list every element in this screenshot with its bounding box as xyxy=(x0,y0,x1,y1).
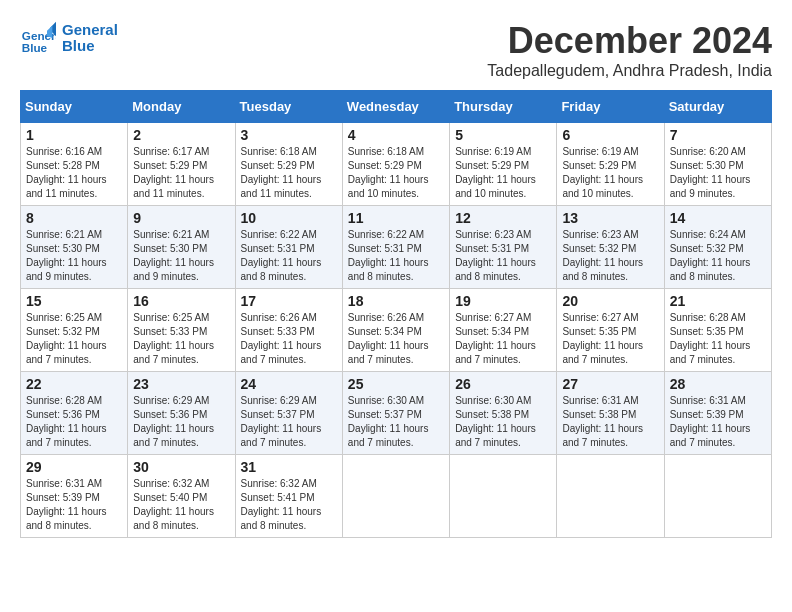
calendar-cell: 20 Sunrise: 6:27 AM Sunset: 5:35 PM Dayl… xyxy=(557,289,664,372)
day-info: Sunrise: 6:19 AM Sunset: 5:29 PM Dayligh… xyxy=(455,145,551,201)
day-number: 22 xyxy=(26,376,122,392)
day-number: 21 xyxy=(670,293,766,309)
calendar-cell: 9 Sunrise: 6:21 AM Sunset: 5:30 PM Dayli… xyxy=(128,206,235,289)
day-info: Sunrise: 6:32 AM Sunset: 5:40 PM Dayligh… xyxy=(133,477,229,533)
column-header-saturday: Saturday xyxy=(664,91,771,123)
month-title: December 2024 xyxy=(487,20,772,62)
week-row-5: 29 Sunrise: 6:31 AM Sunset: 5:39 PM Dayl… xyxy=(21,455,772,538)
day-info: Sunrise: 6:19 AM Sunset: 5:29 PM Dayligh… xyxy=(562,145,658,201)
header-row: SundayMondayTuesdayWednesdayThursdayFrid… xyxy=(21,91,772,123)
header: General Blue General Blue December 2024 … xyxy=(20,20,772,80)
day-info: Sunrise: 6:32 AM Sunset: 5:41 PM Dayligh… xyxy=(241,477,337,533)
day-number: 8 xyxy=(26,210,122,226)
day-number: 11 xyxy=(348,210,444,226)
calendar-cell: 22 Sunrise: 6:28 AM Sunset: 5:36 PM Dayl… xyxy=(21,372,128,455)
day-info: Sunrise: 6:26 AM Sunset: 5:33 PM Dayligh… xyxy=(241,311,337,367)
location-title: Tadepallegudem, Andhra Pradesh, India xyxy=(487,62,772,80)
day-info: Sunrise: 6:23 AM Sunset: 5:31 PM Dayligh… xyxy=(455,228,551,284)
calendar-cell: 29 Sunrise: 6:31 AM Sunset: 5:39 PM Dayl… xyxy=(21,455,128,538)
day-number: 5 xyxy=(455,127,551,143)
week-row-4: 22 Sunrise: 6:28 AM Sunset: 5:36 PM Dayl… xyxy=(21,372,772,455)
day-number: 12 xyxy=(455,210,551,226)
svg-marker-3 xyxy=(47,25,52,38)
day-number: 10 xyxy=(241,210,337,226)
calendar-cell: 14 Sunrise: 6:24 AM Sunset: 5:32 PM Dayl… xyxy=(664,206,771,289)
day-number: 14 xyxy=(670,210,766,226)
column-header-friday: Friday xyxy=(557,91,664,123)
calendar-cell: 25 Sunrise: 6:30 AM Sunset: 5:37 PM Dayl… xyxy=(342,372,449,455)
day-info: Sunrise: 6:16 AM Sunset: 5:28 PM Dayligh… xyxy=(26,145,122,201)
day-info: Sunrise: 6:22 AM Sunset: 5:31 PM Dayligh… xyxy=(241,228,337,284)
calendar-cell xyxy=(664,455,771,538)
day-number: 27 xyxy=(562,376,658,392)
day-info: Sunrise: 6:30 AM Sunset: 5:37 PM Dayligh… xyxy=(348,394,444,450)
day-number: 29 xyxy=(26,459,122,475)
day-number: 9 xyxy=(133,210,229,226)
day-number: 17 xyxy=(241,293,337,309)
column-header-thursday: Thursday xyxy=(450,91,557,123)
day-number: 25 xyxy=(348,376,444,392)
day-info: Sunrise: 6:22 AM Sunset: 5:31 PM Dayligh… xyxy=(348,228,444,284)
logo-icon: General Blue xyxy=(20,20,56,56)
calendar-cell: 23 Sunrise: 6:29 AM Sunset: 5:36 PM Dayl… xyxy=(128,372,235,455)
day-number: 26 xyxy=(455,376,551,392)
calendar-cell: 31 Sunrise: 6:32 AM Sunset: 5:41 PM Dayl… xyxy=(235,455,342,538)
week-row-3: 15 Sunrise: 6:25 AM Sunset: 5:32 PM Dayl… xyxy=(21,289,772,372)
calendar-cell: 1 Sunrise: 6:16 AM Sunset: 5:28 PM Dayli… xyxy=(21,123,128,206)
calendar-cell: 19 Sunrise: 6:27 AM Sunset: 5:34 PM Dayl… xyxy=(450,289,557,372)
day-number: 7 xyxy=(670,127,766,143)
calendar-cell xyxy=(450,455,557,538)
calendar-cell: 21 Sunrise: 6:28 AM Sunset: 5:35 PM Dayl… xyxy=(664,289,771,372)
calendar-table: SundayMondayTuesdayWednesdayThursdayFrid… xyxy=(20,90,772,538)
calendar-cell: 5 Sunrise: 6:19 AM Sunset: 5:29 PM Dayli… xyxy=(450,123,557,206)
day-info: Sunrise: 6:31 AM Sunset: 5:38 PM Dayligh… xyxy=(562,394,658,450)
logo-subtext: Blue xyxy=(62,38,118,55)
calendar-cell: 24 Sunrise: 6:29 AM Sunset: 5:37 PM Dayl… xyxy=(235,372,342,455)
calendar-cell: 6 Sunrise: 6:19 AM Sunset: 5:29 PM Dayli… xyxy=(557,123,664,206)
day-info: Sunrise: 6:21 AM Sunset: 5:30 PM Dayligh… xyxy=(133,228,229,284)
svg-text:Blue: Blue xyxy=(22,41,48,54)
calendar-cell: 2 Sunrise: 6:17 AM Sunset: 5:29 PM Dayli… xyxy=(128,123,235,206)
calendar-cell: 10 Sunrise: 6:22 AM Sunset: 5:31 PM Dayl… xyxy=(235,206,342,289)
day-number: 24 xyxy=(241,376,337,392)
calendar-cell: 13 Sunrise: 6:23 AM Sunset: 5:32 PM Dayl… xyxy=(557,206,664,289)
calendar-cell xyxy=(557,455,664,538)
day-info: Sunrise: 6:18 AM Sunset: 5:29 PM Dayligh… xyxy=(348,145,444,201)
day-info: Sunrise: 6:21 AM Sunset: 5:30 PM Dayligh… xyxy=(26,228,122,284)
day-info: Sunrise: 6:28 AM Sunset: 5:36 PM Dayligh… xyxy=(26,394,122,450)
day-number: 16 xyxy=(133,293,229,309)
calendar-cell: 4 Sunrise: 6:18 AM Sunset: 5:29 PM Dayli… xyxy=(342,123,449,206)
day-number: 23 xyxy=(133,376,229,392)
day-number: 13 xyxy=(562,210,658,226)
day-info: Sunrise: 6:25 AM Sunset: 5:33 PM Dayligh… xyxy=(133,311,229,367)
column-header-wednesday: Wednesday xyxy=(342,91,449,123)
day-info: Sunrise: 6:29 AM Sunset: 5:37 PM Dayligh… xyxy=(241,394,337,450)
calendar-cell: 27 Sunrise: 6:31 AM Sunset: 5:38 PM Dayl… xyxy=(557,372,664,455)
column-header-tuesday: Tuesday xyxy=(235,91,342,123)
day-number: 19 xyxy=(455,293,551,309)
week-row-1: 1 Sunrise: 6:16 AM Sunset: 5:28 PM Dayli… xyxy=(21,123,772,206)
day-info: Sunrise: 6:27 AM Sunset: 5:35 PM Dayligh… xyxy=(562,311,658,367)
day-number: 31 xyxy=(241,459,337,475)
day-info: Sunrise: 6:23 AM Sunset: 5:32 PM Dayligh… xyxy=(562,228,658,284)
day-number: 28 xyxy=(670,376,766,392)
title-area: December 2024 Tadepallegudem, Andhra Pra… xyxy=(487,20,772,80)
calendar-cell xyxy=(342,455,449,538)
day-number: 15 xyxy=(26,293,122,309)
week-row-2: 8 Sunrise: 6:21 AM Sunset: 5:30 PM Dayli… xyxy=(21,206,772,289)
day-info: Sunrise: 6:31 AM Sunset: 5:39 PM Dayligh… xyxy=(670,394,766,450)
logo-text: General xyxy=(62,22,118,39)
calendar-cell: 18 Sunrise: 6:26 AM Sunset: 5:34 PM Dayl… xyxy=(342,289,449,372)
day-number: 1 xyxy=(26,127,122,143)
day-info: Sunrise: 6:30 AM Sunset: 5:38 PM Dayligh… xyxy=(455,394,551,450)
day-info: Sunrise: 6:20 AM Sunset: 5:30 PM Dayligh… xyxy=(670,145,766,201)
calendar-cell: 26 Sunrise: 6:30 AM Sunset: 5:38 PM Dayl… xyxy=(450,372,557,455)
calendar-cell: 11 Sunrise: 6:22 AM Sunset: 5:31 PM Dayl… xyxy=(342,206,449,289)
day-number: 3 xyxy=(241,127,337,143)
day-number: 6 xyxy=(562,127,658,143)
day-info: Sunrise: 6:29 AM Sunset: 5:36 PM Dayligh… xyxy=(133,394,229,450)
calendar-cell: 3 Sunrise: 6:18 AM Sunset: 5:29 PM Dayli… xyxy=(235,123,342,206)
day-info: Sunrise: 6:31 AM Sunset: 5:39 PM Dayligh… xyxy=(26,477,122,533)
calendar-cell: 12 Sunrise: 6:23 AM Sunset: 5:31 PM Dayl… xyxy=(450,206,557,289)
day-info: Sunrise: 6:17 AM Sunset: 5:29 PM Dayligh… xyxy=(133,145,229,201)
